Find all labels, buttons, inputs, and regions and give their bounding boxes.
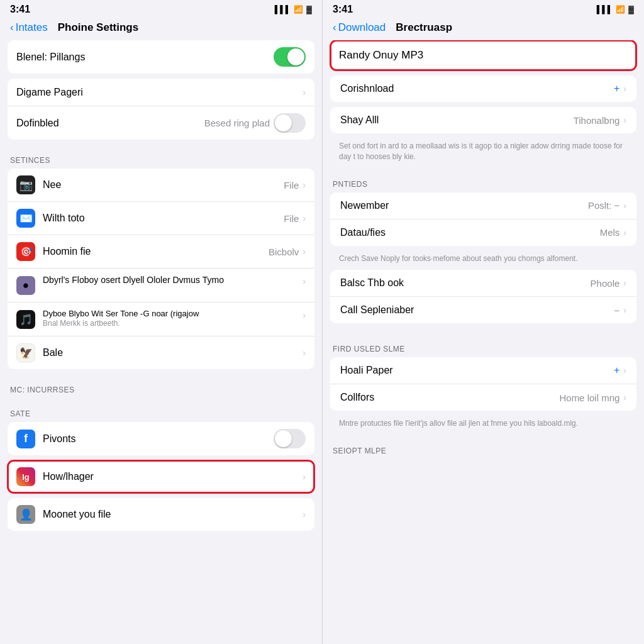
back-label-left: Intates bbox=[16, 21, 48, 34]
chevron-icon: › bbox=[623, 278, 626, 288]
app-wilth-label: Wilth toto bbox=[43, 213, 284, 224]
facebook-icon: f bbox=[16, 430, 35, 448]
signal-icon: ▌▌▌ bbox=[275, 5, 291, 14]
corishnload-group: Corishnload + › bbox=[330, 75, 636, 102]
chevron-icon: › bbox=[303, 180, 306, 190]
section-fird: FIRD USLED SLME bbox=[323, 333, 644, 357]
shay-item[interactable]: Shay Alll Tihonalbng › bbox=[330, 107, 636, 133]
last-group: 👤 Moonet you file › bbox=[8, 498, 314, 531]
app-dbyrl-label: Dbyrl's Floboy osert Dlyell Ololer Dvmus… bbox=[43, 275, 303, 285]
dofinbled-knob bbox=[275, 114, 292, 131]
back-button-right[interactable]: ‹ Download bbox=[333, 21, 386, 34]
datau-label: Datau/fies bbox=[340, 227, 600, 238]
app-bale-icon: 🦅 bbox=[16, 343, 35, 362]
back-button-left[interactable]: ‹ Intates bbox=[10, 21, 48, 34]
datau-value: Mels bbox=[600, 227, 620, 238]
misc-group: Digame Pageri › Dofinbled Besed ring pla… bbox=[8, 79, 314, 140]
mp3-label: Randy Onuy MP3 bbox=[339, 49, 423, 61]
status-bar-right: 3:41 ▌▌▌ 📶 ▓ bbox=[323, 0, 644, 18]
highlighted-mp3-box: Randy Onuy MP3 bbox=[330, 40, 636, 70]
wifi-icon: 📶 bbox=[294, 5, 303, 14]
plus-icon-2: + bbox=[614, 365, 619, 376]
app-wilth[interactable]: ✉️ Wilth toto File › bbox=[8, 202, 314, 235]
newember-label: Newember bbox=[340, 200, 588, 211]
collfors-item[interactable]: Collfors Home loil mng › bbox=[330, 384, 636, 411]
hoali-item[interactable]: Hoali Paper + › bbox=[330, 357, 636, 384]
app-nee-value: File bbox=[284, 180, 299, 191]
pntieds-group: Newember Poslt: − › Datau/fies Mels › bbox=[330, 192, 636, 246]
plus-icon: + bbox=[614, 83, 619, 94]
facebook-label: Pivonts bbox=[43, 433, 274, 445]
chevron-back-icon-r: ‹ bbox=[333, 21, 336, 34]
hoali-label: Hoali Paper bbox=[340, 365, 614, 376]
moonet-icon: 👤 bbox=[16, 505, 35, 524]
facebook-item[interactable]: f Pivonts bbox=[8, 422, 314, 455]
left-panel: 3:41 ▌▌▌ 📶 ▓ ‹ Intates Phoine Settings B… bbox=[0, 0, 322, 644]
shay-label: Shay Alll bbox=[340, 114, 574, 126]
app-hoomin-label: Hoomin fie bbox=[43, 246, 269, 257]
chevron-icon: › bbox=[303, 87, 306, 97]
section-setinces: SETINCES bbox=[0, 145, 322, 169]
app-dyboe-label: Dyboe Blybo Wit Ser Tone -G noar (rigajo… bbox=[43, 309, 303, 318]
corishnload-item[interactable]: Corishnload + › bbox=[330, 75, 636, 102]
moonet-item[interactable]: 👤 Moonet you file › bbox=[8, 498, 314, 531]
instagram-group-highlighted: Ig How/lhager › bbox=[8, 460, 314, 493]
instagram-item[interactable]: Ig How/lhager › bbox=[8, 460, 314, 493]
instagram-label: How/lhager bbox=[43, 471, 303, 482]
newember-value: Poslt: − bbox=[588, 200, 619, 211]
chevron-icon: › bbox=[623, 201, 626, 211]
collfors-label: Collfors bbox=[340, 392, 559, 403]
balsc-item[interactable]: Balsc Thb ook Phoole › bbox=[330, 270, 636, 297]
facebook-toggle[interactable] bbox=[274, 429, 306, 448]
newember-item[interactable]: Newember Poslt: − › bbox=[330, 192, 636, 219]
app-bale[interactable]: 🦅 Bale › bbox=[8, 336, 314, 369]
page-title-left: Phoine Settings bbox=[58, 21, 138, 34]
shay-value: Tihonalbng bbox=[574, 115, 620, 126]
section-pntieds: PNTIEDS bbox=[323, 169, 644, 192]
call-item[interactable]: Call Sepleniaber − › bbox=[330, 297, 636, 323]
page-title-right: Brectruasp bbox=[396, 21, 452, 34]
app-dyboe[interactable]: 🎵 Dyboe Blybo Wit Ser Tone -G noar (riga… bbox=[8, 303, 314, 336]
app-nee-icon: 📷 bbox=[16, 175, 35, 194]
chevron-icon: › bbox=[303, 472, 306, 482]
app-hoomin[interactable]: 🎯 Hoomin fie Bicbolv › bbox=[8, 235, 314, 269]
app-dbyrl-icon: ● bbox=[16, 276, 35, 295]
toggle-item[interactable]: Blenel: Pillangs bbox=[8, 40, 314, 74]
instagram-icon: Ig bbox=[16, 467, 35, 486]
app-nee[interactable]: 📷 Nee File › bbox=[8, 169, 314, 202]
app-dyboe-sublabel: Bnal Merkk is artbeeth. bbox=[43, 319, 303, 328]
battery-icon: ▓ bbox=[306, 5, 312, 14]
dofinbled-item[interactable]: Dofinbled Besed ring plad bbox=[8, 106, 314, 140]
chevron-icon: › bbox=[303, 276, 306, 286]
dofinbled-toggle[interactable] bbox=[274, 113, 306, 133]
section-incurrses: mc: INCURRSES bbox=[0, 374, 322, 398]
collfors-value: Home loil mng bbox=[559, 392, 619, 403]
chevron-icon: › bbox=[623, 115, 626, 125]
chevron-icon: › bbox=[623, 392, 626, 402]
app-dbyrl[interactable]: ● Dbyrl's Floboy osert Dlyell Ololer Dvm… bbox=[8, 269, 314, 303]
scroll-area-right[interactable]: Randy Onuy MP3 Corishnload + › Shay Alll… bbox=[323, 40, 644, 644]
app-hoomin-icon: 🎯 bbox=[16, 242, 35, 261]
status-bar-left: 3:41 ▌▌▌ 📶 ▓ bbox=[0, 0, 322, 18]
app-dyboe-icon: 🎵 bbox=[16, 310, 35, 329]
shay-desc: Set ond fort in ard to a meollaad wis is… bbox=[330, 138, 636, 169]
digame-item[interactable]: Digame Pageri › bbox=[8, 79, 314, 106]
app-wilth-icon: ✉️ bbox=[16, 209, 35, 228]
chevron-icon: › bbox=[303, 310, 306, 320]
right-panel: 3:41 ▌▌▌ 📶 ▓ ‹ Download Brectruasp Randy… bbox=[322, 0, 644, 644]
call-label: Call Sepleniaber bbox=[340, 304, 614, 316]
app-dyboe-text: Dyboe Blybo Wit Ser Tone -G noar (rigajo… bbox=[43, 309, 303, 328]
hoali-group: Hoali Paper + › Collfors Home loil mng › bbox=[330, 357, 636, 411]
app-nee-label: Nee bbox=[43, 179, 284, 191]
moonet-label: Moonet you file bbox=[43, 509, 303, 520]
app-dbyrl-text: Dbyrl's Floboy osert Dlyell Ololer Dvmus… bbox=[43, 275, 303, 285]
toggle-switch[interactable] bbox=[274, 47, 306, 67]
app-hoomin-value: Bicbolv bbox=[269, 247, 299, 257]
shay-group: Shay Alll Tihonalbng › bbox=[330, 107, 636, 133]
dofinbled-label: Dofinbled bbox=[16, 118, 204, 129]
datau-item[interactable]: Datau/fies Mels › bbox=[330, 219, 636, 246]
scroll-area-left[interactable]: Blenel: Pillangs Digame Pageri › Dofinbl… bbox=[0, 40, 322, 644]
chevron-icon: › bbox=[623, 228, 626, 238]
toggle-knob bbox=[287, 48, 304, 65]
back-label-right: Download bbox=[338, 21, 386, 34]
